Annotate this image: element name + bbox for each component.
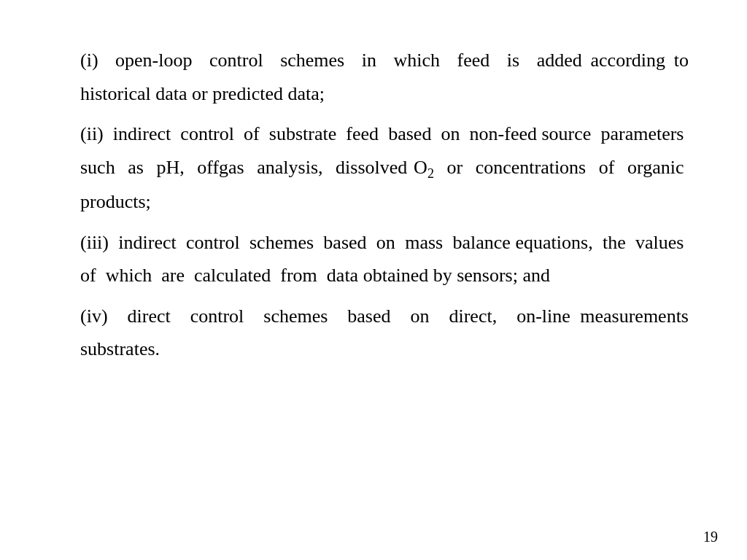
paragraph-iv: (iv) direct control schemes based on dir… (80, 300, 689, 366)
paragraph-ii: (ii) indirect control of substrate feed … (80, 117, 689, 219)
paragraph-iii: (iii) indirect control schemes based on … (80, 226, 689, 292)
paragraph-i: (i) open-loop control schemes in which f… (80, 44, 689, 110)
slide-content: (i) open-loop control schemes in which f… (80, 44, 689, 516)
page-number: 19 (703, 529, 718, 545)
slide-container: (i) open-loop control schemes in which f… (0, 0, 747, 560)
